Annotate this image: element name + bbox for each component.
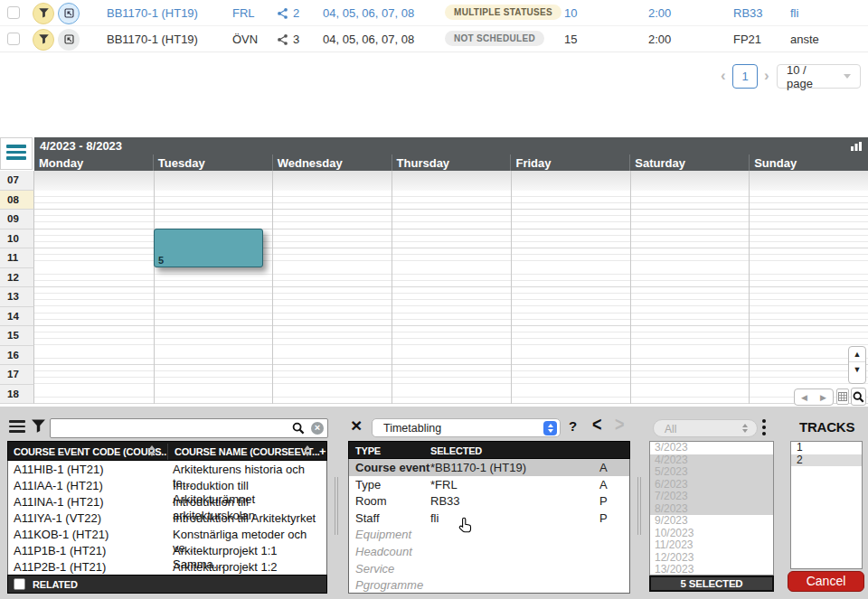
mode-select[interactable]: Timetabling — [372, 418, 561, 437]
chart-icon[interactable] — [850, 141, 863, 152]
row-checkbox[interactable] — [7, 6, 20, 19]
track-item[interactable]: 2 — [791, 454, 862, 467]
month-item[interactable]: 7/2023 — [650, 491, 773, 503]
weeks-link[interactable]: 04, 05, 06, 07, 08 — [323, 6, 414, 20]
month-item[interactable]: 9/2023 — [650, 515, 773, 528]
month-item[interactable]: 3/2023 — [650, 442, 773, 454]
close-icon[interactable]: × — [351, 415, 362, 436]
event-type-cell[interactable]: ÖVN — [232, 33, 258, 46]
calendar-title-bar: 4/2023 - 8/2023 — [34, 137, 868, 154]
list-item[interactable]: A11IAA-1 (HT21)Introduktion till Arkitek… — [8, 477, 326, 493]
open-reservation-button[interactable] — [58, 3, 80, 24]
month-item[interactable]: 12/2023 — [650, 552, 773, 565]
prev-page-icon[interactable]: ‹ — [721, 67, 726, 85]
selection-row[interactable]: Type*FRLA — [349, 476, 629, 493]
course-link[interactable]: BB1170-1 (HT19) — [107, 6, 198, 20]
course-cell[interactable]: BB1170-1 (HT19) — [107, 33, 198, 46]
staff-cell[interactable]: anste — [790, 33, 819, 46]
list-item[interactable]: A11P1B-1 (HT21)Arkitekturprojekt 1:1 Sam… — [8, 542, 326, 558]
panel-resize-handle[interactable] — [337, 477, 338, 535]
type-label: Headcount — [355, 545, 412, 558]
help-button[interactable]: ? — [569, 418, 577, 434]
search-field[interactable]: × — [50, 418, 328, 438]
selection-row[interactable]: Service — [349, 560, 629, 577]
weeks-cell[interactable]: 04, 05, 06, 07, 08 — [323, 33, 414, 46]
sort-icon[interactable] — [148, 445, 156, 456]
sort-icon[interactable] — [304, 445, 311, 456]
calendar-event-block[interactable]: 5 — [154, 229, 263, 267]
search-input[interactable] — [54, 420, 284, 437]
clear-search-icon[interactable]: × — [311, 422, 324, 435]
duration-cell[interactable]: 2:00 — [648, 33, 671, 46]
table-row[interactable]: BB1170-1 (HT19) ÖVN 3 04, 05, 06, 07, 08… — [0, 26, 868, 52]
cancel-button[interactable]: Cancel — [788, 571, 864, 592]
calendar-view-button[interactable] — [836, 388, 849, 405]
selected-value: RB33 — [430, 494, 460, 508]
track-item[interactable]: 1 — [791, 442, 862, 454]
filter-funnel-button[interactable] — [33, 29, 54, 51]
filter-button[interactable] — [31, 418, 46, 434]
next-page-icon[interactable]: › — [764, 67, 769, 85]
horizontal-scroll-buttons[interactable]: ◀ ▶ — [794, 388, 834, 406]
panel-resize-handle[interactable] — [637, 477, 638, 535]
headcount-cell[interactable]: 10 — [564, 6, 577, 20]
list-item[interactable]: A11IYA-1 (VT22)Introduktion till Arkitek… — [8, 510, 326, 526]
page-number-button[interactable]: 1 — [732, 64, 758, 89]
month-filter-select[interactable]: All — [653, 419, 758, 437]
calendar-menu-button[interactable] — [0, 137, 33, 170]
hour-label: 15 — [0, 326, 34, 346]
add-column-button[interactable]: + — [319, 445, 326, 458]
column-header[interactable]: COURSE NAME (COURSEEVT... — [175, 446, 320, 457]
selection-row[interactable]: Equipment — [349, 526, 629, 543]
selection-row[interactable]: RoomRB33P — [349, 492, 629, 510]
staff-cell[interactable]: fli — [790, 6, 798, 20]
selected-value: *FRL — [430, 478, 458, 491]
search-icon[interactable] — [292, 422, 305, 435]
panel-resize-handle[interactable] — [335, 477, 335, 535]
filter-funnel-button[interactable] — [33, 3, 54, 24]
history-forward-button[interactable]: > — [615, 414, 625, 436]
selection-row[interactable]: Course event*BB1170-1 (HT19)A — [349, 459, 629, 476]
scroll-down-icon[interactable]: ▼ — [849, 361, 865, 377]
selection-row[interactable]: Headcount — [349, 543, 629, 560]
room-cell[interactable]: RB33 — [733, 6, 763, 20]
column-header[interactable]: COURSE EVENT CODE (COURS.. — [14, 446, 166, 457]
list-item[interactable]: A11HIB-1 (HT21)Arkitekturens historia oc… — [8, 461, 326, 477]
app-window: BB1170-1 (HT19) FRL 2 04, 05, 06, 07, 08… — [0, 0, 868, 599]
list-item[interactable]: A11KOB-1 (HT21)Konstnärliga metoder och … — [8, 526, 326, 542]
month-item[interactable]: 10/2023 — [650, 528, 773, 540]
month-item[interactable]: 11/2023 — [650, 539, 773, 552]
month-item[interactable]: 13/2023 — [650, 564, 773, 576]
list-item[interactable]: A11P2B-1 (HT21)Arkitekturprojekt 1:2 Lan… — [8, 558, 326, 575]
duration-cell[interactable]: 2:00 — [648, 6, 671, 20]
event-type-cell[interactable]: FRL — [232, 6, 255, 20]
day-divider — [272, 171, 273, 404]
vertical-scrollbar[interactable]: ▲ ▼ — [848, 346, 866, 384]
hamburger-icon — [6, 145, 26, 148]
room-cell[interactable]: FP21 — [733, 33, 761, 46]
open-reservation-button[interactable] — [58, 29, 80, 51]
calendar-zoom-button[interactable] — [851, 388, 866, 406]
row-checkbox[interactable] — [7, 33, 20, 45]
selection-row[interactable]: StafffliP — [349, 510, 629, 527]
selection-row[interactable]: Pgrogramme — [349, 576, 629, 594]
table-row[interactable]: BB1170-1 (HT19) FRL 2 04, 05, 06, 07, 08… — [0, 0, 868, 26]
scroll-right-icon[interactable]: ▶ — [820, 393, 826, 402]
list-item[interactable]: A11INA-1 (HT21)Introduktion till arkitek… — [8, 493, 326, 510]
calendar-grid[interactable] — [34, 171, 868, 404]
headcount-cell[interactable]: 15 — [564, 33, 577, 46]
scroll-left-icon[interactable]: ◀ — [801, 393, 807, 402]
list-menu-button[interactable] — [9, 420, 25, 433]
history-back-button[interactable]: < — [592, 414, 602, 436]
month-item[interactable]: 6/2023 — [650, 479, 773, 491]
related-checkbox[interactable] — [14, 578, 25, 590]
month-item[interactable]: 5/2023 — [650, 466, 773, 479]
box-arrow-icon — [63, 33, 75, 45]
month-item[interactable]: 4/2023 — [650, 454, 773, 467]
selected-value: *BB1170-1 (HT19) — [430, 461, 526, 474]
scroll-up-icon[interactable]: ▲ — [849, 347, 865, 361]
more-menu-button[interactable] — [762, 419, 768, 439]
page-size-select[interactable]: 10 / page — [777, 64, 861, 89]
month-item[interactable]: 8/2023 — [650, 503, 773, 516]
panel-resize-handle[interactable] — [640, 477, 641, 535]
